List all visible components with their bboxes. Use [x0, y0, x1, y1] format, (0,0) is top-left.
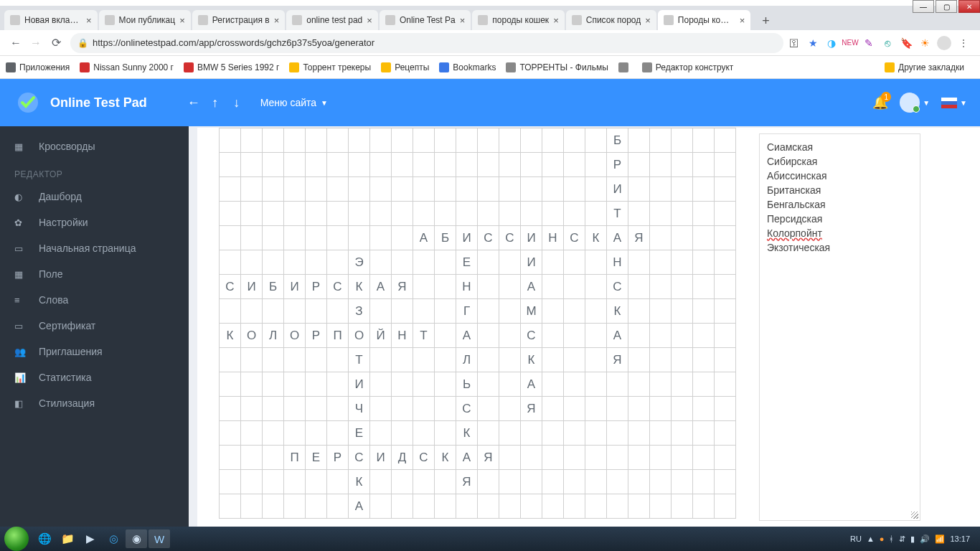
tray-clock[interactable]: 13:17: [950, 534, 970, 543]
grid-cell[interactable]: [693, 250, 715, 275]
grid-cell[interactable]: [327, 128, 349, 153]
grid-cell[interactable]: [499, 275, 521, 299]
grid-cell[interactable]: [585, 153, 607, 177]
grid-cell[interactable]: А: [607, 226, 628, 250]
grid-cell[interactable]: [478, 128, 499, 153]
grid-cell[interactable]: [499, 299, 521, 324]
grid-cell[interactable]: [672, 153, 693, 177]
grid-cell[interactable]: [521, 470, 542, 494]
grid-cell[interactable]: [220, 372, 241, 397]
grid-cell[interactable]: Л: [456, 348, 478, 372]
grid-cell[interactable]: [349, 153, 370, 177]
grid-cell[interactable]: [693, 128, 715, 153]
grid-cell[interactable]: [413, 177, 435, 202]
grid-cell[interactable]: [284, 372, 306, 397]
grid-cell[interactable]: [306, 128, 327, 153]
tab-close-icon[interactable]: ×: [274, 15, 280, 26]
grid-cell[interactable]: [564, 348, 585, 372]
tab-close-icon[interactable]: ×: [553, 15, 559, 26]
grid-cell[interactable]: [672, 275, 693, 299]
grid-cell[interactable]: Я: [628, 226, 650, 250]
grid-cell[interactable]: [521, 153, 542, 177]
grid-cell[interactable]: [220, 177, 241, 202]
grid-cell[interactable]: [349, 177, 370, 202]
grid-cell[interactable]: [327, 202, 349, 226]
grid-cell[interactable]: [435, 470, 456, 494]
grid-cell[interactable]: [413, 250, 435, 275]
grid-cell[interactable]: [327, 421, 349, 446]
grid-cell[interactable]: [263, 250, 284, 275]
grid-cell[interactable]: [628, 446, 650, 470]
grid-cell[interactable]: [370, 470, 392, 494]
grid-cell[interactable]: К: [349, 470, 370, 494]
grid-cell[interactable]: [521, 446, 542, 470]
grid-cell[interactable]: [435, 153, 456, 177]
grid-cell[interactable]: [478, 421, 499, 446]
grid-cell[interactable]: Я: [607, 348, 628, 372]
system-tray[interactable]: RU ▲ ● ᚼ ⇵ ▮ 🔊 📶 13:17: [850, 534, 976, 544]
grid-cell[interactable]: [628, 202, 650, 226]
wordlist-item[interactable]: Экзотическая: [767, 240, 913, 255]
grid-cell[interactable]: Т: [349, 348, 370, 372]
grid-cell[interactable]: [478, 372, 499, 397]
grid-cell[interactable]: [284, 177, 306, 202]
grid-cell[interactable]: [478, 324, 499, 348]
grid-cell[interactable]: И: [241, 275, 263, 299]
grid-cell[interactable]: [456, 494, 478, 519]
grid-cell[interactable]: А: [456, 446, 478, 470]
grid-cell[interactable]: [693, 446, 715, 470]
grid-cell[interactable]: [499, 153, 521, 177]
grid-cell[interactable]: [499, 202, 521, 226]
grid-cell[interactable]: С: [478, 226, 499, 250]
grid-cell[interactable]: [585, 470, 607, 494]
grid-cell[interactable]: [542, 153, 564, 177]
grid-cell[interactable]: [370, 202, 392, 226]
grid-cell[interactable]: [607, 397, 628, 421]
grid-cell[interactable]: Ч: [349, 397, 370, 421]
grid-cell[interactable]: [306, 372, 327, 397]
browser-tab[interactable]: online test pad×: [286, 10, 378, 30]
bookmark-item[interactable]: Bookmarks: [439, 62, 496, 72]
grid-cell[interactable]: [306, 299, 327, 324]
taskbar-media-icon[interactable]: ▶: [80, 529, 101, 548]
grid-cell[interactable]: А: [607, 324, 628, 348]
grid-cell[interactable]: [542, 446, 564, 470]
grid-cell[interactable]: [672, 177, 693, 202]
grid-cell[interactable]: К: [435, 446, 456, 470]
grid-cell[interactable]: [585, 250, 607, 275]
grid-cell[interactable]: [650, 153, 672, 177]
grid-cell[interactable]: [241, 128, 263, 153]
grid-cell[interactable]: Й: [370, 324, 392, 348]
grid-cell[interactable]: И: [284, 275, 306, 299]
grid-cell[interactable]: [435, 202, 456, 226]
bookmark-item[interactable]: BMW 5 Series 1992 г: [184, 62, 279, 72]
grid-cell[interactable]: [564, 324, 585, 348]
grid-cell[interactable]: [672, 128, 693, 153]
grid-cell[interactable]: [435, 299, 456, 324]
grid-cell[interactable]: [478, 202, 499, 226]
app-logo[interactable]: [13, 88, 43, 118]
grid-cell[interactable]: [392, 202, 413, 226]
grid-cell[interactable]: [628, 372, 650, 397]
grid-cell[interactable]: [499, 177, 521, 202]
grid-cell[interactable]: [585, 128, 607, 153]
sidebar-item[interactable]: ✿Настройки: [0, 209, 189, 235]
grid-cell[interactable]: [370, 397, 392, 421]
new-tab-button[interactable]: +: [756, 11, 775, 30]
grid-cell[interactable]: С: [349, 446, 370, 470]
grid-cell[interactable]: О: [241, 324, 263, 348]
grid-cell[interactable]: [672, 372, 693, 397]
grid-cell[interactable]: [715, 397, 736, 421]
grid-cell[interactable]: Н: [392, 324, 413, 348]
grid-cell[interactable]: П: [284, 446, 306, 470]
grid-cell[interactable]: [370, 299, 392, 324]
grid-cell[interactable]: [306, 494, 327, 519]
grid-cell[interactable]: [542, 348, 564, 372]
grid-cell[interactable]: Л: [263, 324, 284, 348]
tab-close-icon[interactable]: ×: [179, 15, 185, 26]
grid-cell[interactable]: [564, 299, 585, 324]
taskbar-explorer-icon[interactable]: 📁: [57, 529, 78, 548]
grid-cell[interactable]: [564, 421, 585, 446]
notifications-button[interactable]: 🔔 1: [872, 95, 888, 110]
grid-cell[interactable]: [564, 153, 585, 177]
